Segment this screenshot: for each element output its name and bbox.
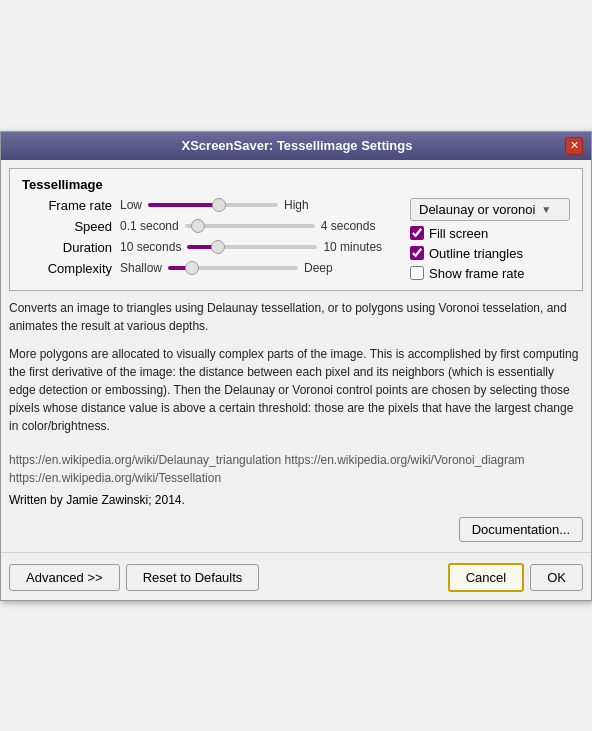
speed-slider-container: 0.1 second 4 seconds xyxy=(120,219,410,233)
duration-max: 10 minutes xyxy=(323,240,382,254)
cancel-button[interactable]: Cancel xyxy=(448,563,524,592)
frame-rate-slider-container: Low High xyxy=(120,198,410,212)
frame-rate-row: Frame rate Low High xyxy=(22,198,410,213)
frame-rate-label: Frame rate xyxy=(22,198,112,213)
links-area: https://en.wikipedia.org/wiki/Delaunay_t… xyxy=(9,451,583,487)
speed-min: 0.1 second xyxy=(120,219,179,233)
right-controls: Delaunay or voronoi ▼ Fill screen Outlin… xyxy=(410,198,570,281)
documentation-button[interactable]: Documentation... xyxy=(459,517,583,542)
duration-min: 10 seconds xyxy=(120,240,181,254)
divider xyxy=(1,552,591,553)
mode-dropdown[interactable]: Delaunay or voronoi ▼ xyxy=(410,198,570,221)
frame-rate-max: High xyxy=(284,198,309,212)
show-frame-rate-label: Show frame rate xyxy=(429,266,524,281)
outline-triangles-label: Outline triangles xyxy=(429,246,523,261)
frame-rate-slider[interactable] xyxy=(148,203,278,207)
reset-button[interactable]: Reset to Defaults xyxy=(126,564,260,591)
section-label: Tessellimage xyxy=(22,177,570,192)
fill-screen-label: Fill screen xyxy=(429,226,488,241)
main-window: XScreenSaver: Tessellimage Settings ✕ Te… xyxy=(0,131,592,601)
doc-row: Documentation... xyxy=(9,517,583,542)
settings-panel: Tessellimage Frame rate Low High Speed xyxy=(9,168,583,291)
description-para2: More polygons are allocated to visually … xyxy=(9,345,583,435)
show-frame-rate-row: Show frame rate xyxy=(410,266,570,281)
description-area: Converts an image to triangles using Del… xyxy=(9,299,583,445)
speed-label: Speed xyxy=(22,219,112,234)
duration-slider[interactable] xyxy=(187,245,317,249)
ok-button[interactable]: OK xyxy=(530,564,583,591)
speed-row: Speed 0.1 second 4 seconds xyxy=(22,219,410,234)
settings-main-row: Frame rate Low High Speed 0.1 second 4 s… xyxy=(22,198,570,282)
complexity-row: Complexity Shallow Deep xyxy=(22,261,410,276)
window-title: XScreenSaver: Tessellimage Settings xyxy=(29,138,565,153)
show-frame-rate-checkbox[interactable] xyxy=(410,266,424,280)
speed-slider[interactable] xyxy=(185,224,315,228)
titlebar: XScreenSaver: Tessellimage Settings ✕ xyxy=(1,132,591,160)
sliders-section: Frame rate Low High Speed 0.1 second 4 s… xyxy=(22,198,410,282)
duration-slider-container: 10 seconds 10 minutes xyxy=(120,240,410,254)
complexity-slider-container: Shallow Deep xyxy=(120,261,410,275)
complexity-max: Deep xyxy=(304,261,333,275)
close-button[interactable]: ✕ xyxy=(565,137,583,155)
duration-row: Duration 10 seconds 10 minutes xyxy=(22,240,410,255)
outline-triangles-checkbox[interactable] xyxy=(410,246,424,260)
advanced-button[interactable]: Advanced >> xyxy=(9,564,120,591)
fill-screen-checkbox[interactable] xyxy=(410,226,424,240)
description-para1: Converts an image to triangles using Del… xyxy=(9,299,583,335)
bottom-buttons: Advanced >> Reset to Defaults Cancel OK xyxy=(1,557,591,600)
dropdown-label: Delaunay or voronoi xyxy=(419,202,535,217)
dropdown-arrow-icon: ▼ xyxy=(541,204,551,215)
duration-label: Duration xyxy=(22,240,112,255)
complexity-slider[interactable] xyxy=(168,266,298,270)
frame-rate-min: Low xyxy=(120,198,142,212)
fill-screen-row: Fill screen xyxy=(410,226,570,241)
outline-triangles-row: Outline triangles xyxy=(410,246,570,261)
speed-max: 4 seconds xyxy=(321,219,376,233)
complexity-min: Shallow xyxy=(120,261,162,275)
author-area: Written by Jamie Zawinski; 2014. xyxy=(9,493,583,507)
complexity-label: Complexity xyxy=(22,261,112,276)
